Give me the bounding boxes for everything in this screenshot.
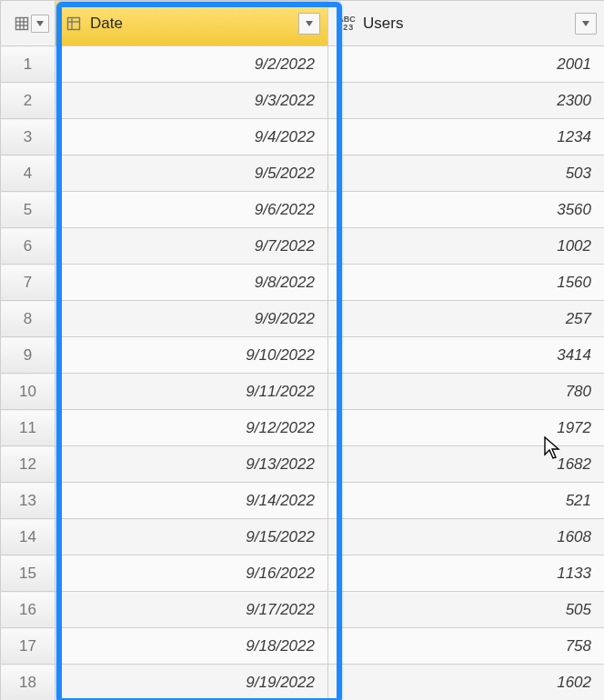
- cell-date[interactable]: 9/4/2022: [55, 119, 328, 155]
- table-row[interactable]: 39/4/20221234: [1, 119, 605, 155]
- row-number[interactable]: 13: [1, 483, 55, 519]
- row-number[interactable]: 9: [1, 337, 55, 374]
- row-number[interactable]: 15: [1, 555, 55, 592]
- cell-users[interactable]: 3414: [328, 337, 605, 374]
- row-number[interactable]: 17: [1, 628, 55, 665]
- row-number[interactable]: 11: [1, 410, 55, 446]
- cell-date[interactable]: 9/19/2022: [55, 665, 328, 701]
- column-filter-button[interactable]: [298, 13, 320, 35]
- row-number[interactable]: 8: [1, 301, 55, 337]
- table-row[interactable]: 99/10/20223414: [1, 337, 605, 374]
- cell-date[interactable]: 9/18/2022: [55, 628, 328, 665]
- cell-users[interactable]: 521: [328, 483, 605, 519]
- cell-users[interactable]: 1002: [328, 228, 605, 265]
- table-body: 19/2/20222001 29/3/20222300 39/4/2022123…: [1, 46, 605, 701]
- row-number[interactable]: 2: [1, 83, 55, 119]
- table-row[interactable]: 109/11/2022780: [1, 374, 605, 410]
- row-number[interactable]: 5: [1, 192, 55, 228]
- abc123-type-icon: ABC123: [337, 15, 356, 33]
- cell-date[interactable]: 9/11/2022: [55, 374, 328, 410]
- row-number[interactable]: 14: [1, 519, 55, 555]
- cell-users[interactable]: 503: [328, 155, 605, 192]
- row-number[interactable]: 12: [1, 446, 55, 483]
- data-table: Date ABC123 Users 19/2/20222001 29/3/202…: [0, 0, 604, 700]
- cell-users[interactable]: 2300: [328, 83, 605, 119]
- cell-date[interactable]: 9/3/2022: [55, 83, 328, 119]
- cell-users[interactable]: 257: [328, 301, 605, 337]
- svg-rect-5: [68, 17, 80, 29]
- cell-users[interactable]: 505: [328, 592, 605, 628]
- table-row[interactable]: 59/6/20223560: [1, 192, 605, 228]
- cell-users[interactable]: 2001: [328, 46, 605, 83]
- query-editor-viewport: Date ABC123 Users 19/2/20222001 29/3/202…: [0, 0, 604, 700]
- cell-date[interactable]: 9/16/2022: [55, 555, 328, 592]
- cell-date[interactable]: 9/12/2022: [55, 410, 328, 446]
- column-filter-button[interactable]: [575, 13, 597, 35]
- table-row[interactable]: 169/17/2022505: [1, 592, 605, 628]
- cell-users[interactable]: 3560: [328, 192, 605, 228]
- cell-date[interactable]: 9/15/2022: [55, 519, 328, 555]
- row-number[interactable]: 18: [1, 665, 55, 701]
- column-header-date[interactable]: Date: [55, 1, 328, 46]
- table-row[interactable]: 69/7/20221002: [1, 228, 605, 265]
- cell-date[interactable]: 9/7/2022: [55, 228, 328, 265]
- table-row[interactable]: 119/12/20221972: [1, 410, 605, 446]
- row-number[interactable]: 7: [1, 265, 55, 301]
- table-row[interactable]: 79/8/20221560: [1, 265, 605, 301]
- table-row[interactable]: 29/3/20222300: [1, 83, 605, 119]
- cell-users[interactable]: 758: [328, 628, 605, 665]
- row-number[interactable]: 16: [1, 592, 55, 628]
- cell-date[interactable]: 9/17/2022: [55, 592, 328, 628]
- cell-users[interactable]: 1234: [328, 119, 605, 155]
- row-number[interactable]: 1: [1, 46, 55, 83]
- row-number[interactable]: 3: [1, 119, 55, 155]
- cell-users[interactable]: 780: [328, 374, 605, 410]
- column-label: Users: [363, 15, 575, 33]
- table-row[interactable]: 49/5/2022503: [1, 155, 605, 192]
- table-row[interactable]: 139/14/2022521: [1, 483, 605, 519]
- table-row[interactable]: 159/16/20221133: [1, 555, 605, 592]
- table-row[interactable]: 129/13/20221682: [1, 446, 605, 483]
- cell-date[interactable]: 9/14/2022: [55, 483, 328, 519]
- cell-date[interactable]: 9/13/2022: [55, 446, 328, 483]
- table-row[interactable]: 189/19/20221602: [1, 665, 605, 701]
- cell-users[interactable]: 1682: [328, 446, 605, 483]
- row-number[interactable]: 4: [1, 155, 55, 192]
- table-icon: [13, 15, 31, 33]
- cell-users[interactable]: 1608: [328, 519, 605, 555]
- cell-date[interactable]: 9/10/2022: [55, 337, 328, 374]
- row-gutter-header[interactable]: [1, 1, 55, 46]
- table-row[interactable]: 149/15/20221608: [1, 519, 605, 555]
- cell-date[interactable]: 9/6/2022: [55, 192, 328, 228]
- cell-users[interactable]: 1133: [328, 555, 605, 592]
- column-label: Date: [90, 15, 298, 33]
- table-row[interactable]: 19/2/20222001: [1, 46, 605, 83]
- cell-date[interactable]: 9/8/2022: [55, 265, 328, 301]
- cell-date[interactable]: 9/5/2022: [55, 155, 328, 192]
- row-number[interactable]: 6: [1, 228, 55, 265]
- svg-rect-0: [16, 17, 28, 29]
- cell-date[interactable]: 9/9/2022: [55, 301, 328, 337]
- cell-date[interactable]: 9/2/2022: [55, 46, 328, 83]
- row-number[interactable]: 10: [1, 374, 55, 410]
- cell-users[interactable]: 1560: [328, 265, 605, 301]
- table-row[interactable]: 89/9/2022257: [1, 301, 605, 337]
- cell-users[interactable]: 1602: [328, 665, 605, 701]
- cell-users[interactable]: 1972: [328, 410, 605, 446]
- table-dropdown-button[interactable]: [31, 15, 49, 33]
- table-row[interactable]: 179/18/2022758: [1, 628, 605, 665]
- column-header-users[interactable]: ABC123 Users: [328, 1, 605, 46]
- date-type-icon: [65, 15, 83, 33]
